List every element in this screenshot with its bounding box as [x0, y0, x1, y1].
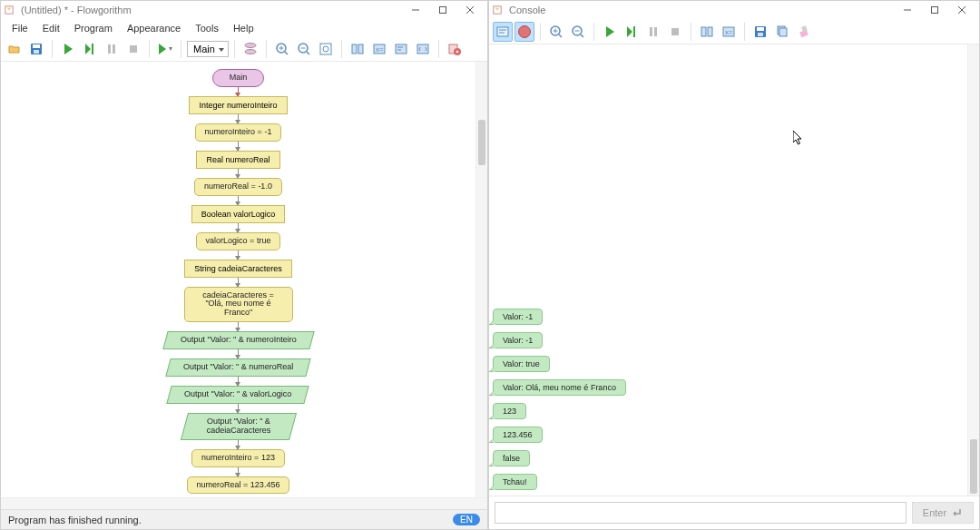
- variables-panel-icon[interactable]: x=: [719, 22, 739, 42]
- minimize-button[interactable]: [894, 2, 921, 18]
- svg-rect-11: [130, 45, 137, 53]
- layout-panel-icon[interactable]: [348, 39, 368, 59]
- flow-assign[interactable]: numeroReal = 123.456: [187, 476, 290, 495]
- flow-output[interactable]: Output "Valor: " & valorLogico: [167, 386, 310, 404]
- save-icon[interactable]: [750, 22, 770, 42]
- flowchart-canvas[interactable]: Main Integer numeroInteiro numeroInteiro…: [1, 62, 475, 497]
- flow-assign[interactable]: numeroReal = -1.0: [194, 178, 282, 196]
- flow-declare[interactable]: Boolean valorLogico: [191, 205, 286, 223]
- console-line: Valor: -1: [493, 332, 543, 348]
- console-line: 123.456: [493, 427, 543, 443]
- svg-rect-24: [358, 44, 363, 54]
- console-output[interactable]: Valor: -1 Valor: -1 Valor: true Valor: O…: [489, 44, 967, 496]
- svg-rect-52: [701, 27, 706, 36]
- variables-panel-icon[interactable]: x=: [369, 39, 389, 59]
- editor-window: (Untitled) * - Flowgorithm File Edit Pro…: [0, 0, 488, 530]
- close-button[interactable]: [948, 2, 975, 18]
- zoom-fit-icon[interactable]: [316, 39, 336, 59]
- svg-text:x=: x=: [725, 28, 733, 36]
- svg-line-19: [307, 52, 309, 54]
- save-icon[interactable]: [26, 39, 46, 59]
- console-window: Console x=: [488, 0, 980, 530]
- vertical-scrollbar[interactable]: [475, 62, 487, 497]
- svg-rect-51: [671, 28, 679, 35]
- zoom-in-icon[interactable]: [546, 22, 566, 42]
- console-line: false: [493, 450, 530, 466]
- layout-panel-icon[interactable]: [697, 22, 717, 42]
- console-line: Valor: true: [493, 356, 550, 372]
- app-icon: [5, 5, 14, 15]
- svg-rect-49: [650, 27, 652, 36]
- svg-rect-57: [757, 27, 764, 31]
- console-input[interactable]: [495, 502, 906, 524]
- console-title: Console: [505, 5, 894, 15]
- editor-titlebar: (Untitled) * - Flowgorithm: [1, 1, 487, 19]
- pause-icon[interactable]: [102, 39, 122, 59]
- menu-help[interactable]: Help: [226, 21, 261, 35]
- flow-declare[interactable]: Integer numeroInteiro: [189, 96, 287, 114]
- menu-edit[interactable]: Edit: [35, 21, 67, 35]
- maximize-button[interactable]: [429, 2, 456, 18]
- svg-rect-58: [758, 33, 763, 36]
- flow-output[interactable]: Output "Valor: " & numeroReal: [165, 358, 311, 377]
- menubar: File Edit Program Appearance Tools Help: [1, 19, 487, 36]
- minimize-button[interactable]: [402, 2, 429, 18]
- speed-dropdown-icon[interactable]: [155, 39, 175, 59]
- svg-line-42: [559, 34, 562, 37]
- play-icon[interactable]: [600, 22, 620, 42]
- copy-icon[interactable]: [772, 22, 792, 42]
- step-icon[interactable]: [80, 39, 100, 59]
- open-icon[interactable]: [5, 39, 24, 59]
- console-line: Tchau!: [493, 474, 537, 490]
- console-line: Valor: Olá, meu nome é Franco: [493, 379, 626, 396]
- text-mode-icon[interactable]: [493, 22, 513, 42]
- console-titlebar: Console: [489, 1, 979, 19]
- flow-assign[interactable]: numeroInteiro = 123: [191, 449, 285, 467]
- flow-output[interactable]: Output "Valor: " & cadeiaCaracteres: [181, 413, 297, 440]
- editor-statusbar: Program has finished running. EN: [1, 509, 487, 529]
- console-toolbar: x=: [489, 19, 979, 44]
- console-panel-icon[interactable]: [391, 39, 411, 59]
- play-icon[interactable]: [58, 39, 78, 59]
- function-select[interactable]: Main: [187, 41, 229, 57]
- language-badge[interactable]: EN: [453, 514, 480, 525]
- maximize-button[interactable]: [921, 2, 948, 18]
- flow-assign[interactable]: valorLogico = true: [196, 232, 281, 250]
- console-app-icon: [493, 5, 502, 15]
- menu-program[interactable]: Program: [67, 21, 120, 35]
- svg-rect-53: [708, 27, 712, 36]
- menu-file[interactable]: File: [5, 21, 35, 35]
- zoom-in-icon[interactable]: [272, 39, 292, 59]
- svg-point-12: [245, 43, 256, 47]
- stop-icon[interactable]: [665, 22, 685, 42]
- stop-icon[interactable]: [123, 39, 143, 59]
- svg-text:x=: x=: [376, 45, 384, 54]
- flow-declare[interactable]: String cadeiaCaracteres: [184, 260, 292, 278]
- menu-appearance[interactable]: Appearance: [120, 21, 188, 35]
- zoom-out-icon[interactable]: [568, 22, 588, 42]
- horizontal-scrollbar[interactable]: [1, 497, 487, 509]
- clear-icon[interactable]: [794, 22, 814, 42]
- svg-rect-38: [497, 27, 508, 36]
- status-text: Program has finished running.: [8, 515, 453, 525]
- function-manager-icon[interactable]: [240, 39, 260, 59]
- step-icon[interactable]: [622, 22, 642, 42]
- console-line: 123: [493, 403, 526, 419]
- flow-assign[interactable]: cadeiaCaracteres = "Olá, meu nome é Fran…: [184, 287, 293, 323]
- record-icon[interactable]: [514, 22, 534, 42]
- flow-declare[interactable]: Real numeroReal: [196, 151, 279, 169]
- flow-terminator-start[interactable]: Main: [212, 69, 265, 87]
- export-icon[interactable]: [445, 39, 465, 59]
- svg-rect-48: [633, 26, 635, 37]
- svg-rect-60: [779, 28, 787, 36]
- zoom-out-icon[interactable]: [294, 39, 314, 59]
- close-button[interactable]: [456, 2, 484, 18]
- source-panel-icon[interactable]: [413, 39, 433, 59]
- console-vertical-scrollbar[interactable]: [967, 44, 979, 496]
- svg-rect-6: [33, 44, 40, 48]
- menu-tools[interactable]: Tools: [188, 21, 226, 35]
- pause-icon[interactable]: [643, 22, 663, 42]
- flow-output[interactable]: Output "Valor: " & numeroInteiro: [162, 331, 314, 349]
- flow-assign[interactable]: numeroInteiro = -1: [195, 123, 282, 142]
- enter-button[interactable]: Enter: [912, 502, 974, 524]
